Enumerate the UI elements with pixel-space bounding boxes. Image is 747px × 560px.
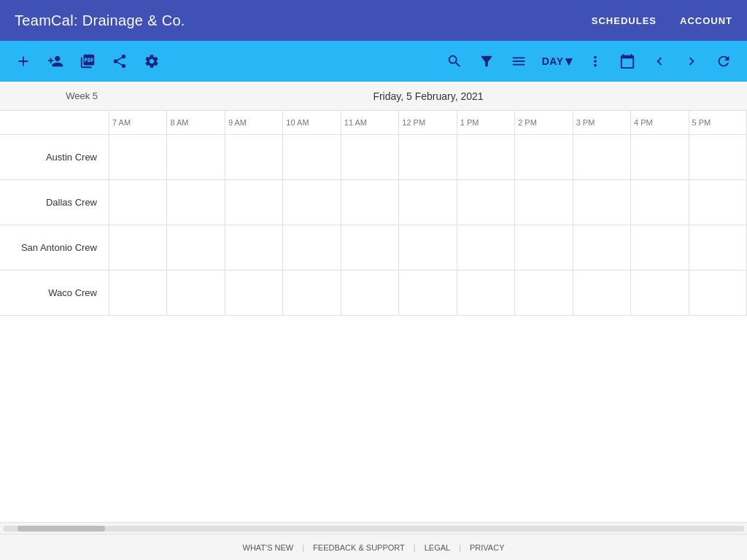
- slot-dallas-1[interactable]: [457, 180, 515, 225]
- slot-dallas-9[interactable]: [225, 180, 283, 225]
- pdf-button[interactable]: [73, 47, 102, 76]
- slot-sanantonio-8[interactable]: [167, 225, 225, 270]
- empty-space: [0, 316, 747, 522]
- slot-waco-10[interactable]: [283, 271, 341, 315]
- slot-dallas-10[interactable]: [283, 180, 341, 225]
- add-button[interactable]: [9, 47, 38, 76]
- toolbar: DAY ▾: [0, 41, 747, 82]
- prev-button[interactable]: [645, 47, 674, 76]
- schedules-link[interactable]: SCHEDULES: [592, 15, 657, 26]
- slot-sanantonio-7[interactable]: [109, 225, 167, 270]
- privacy-link[interactable]: PRIVACY: [470, 543, 504, 552]
- slot-sanantonio-3[interactable]: [573, 225, 631, 270]
- slot-sanantonio-5[interactable]: [689, 225, 747, 270]
- slot-sanantonio-10[interactable]: [283, 225, 341, 270]
- nav-links: SCHEDULES ACCOUNT: [592, 15, 732, 26]
- slot-austin-5[interactable]: [689, 135, 747, 179]
- time-header: 7 AM 8 AM 9 AM 10 AM 11 AM 12 PM 1 PM 2 …: [0, 111, 747, 135]
- slot-sanantonio-4[interactable]: [631, 225, 689, 270]
- table-row: Waco Crew: [0, 271, 747, 316]
- feedback-link[interactable]: FEEDBACK & SUPPORT: [313, 543, 405, 552]
- day-label: DAY: [542, 55, 564, 67]
- settings-button[interactable]: [137, 47, 166, 76]
- crew-label-dallas: Dallas Crew: [0, 180, 109, 225]
- crew-label-waco: Waco Crew: [0, 271, 109, 315]
- slot-waco-5[interactable]: [689, 271, 747, 315]
- scrollbar-thumb[interactable]: [18, 526, 105, 532]
- time-11am: 11 AM: [341, 111, 399, 134]
- calendar-area: 7 AM 8 AM 9 AM 10 AM 11 AM 12 PM 1 PM 2 …: [0, 111, 747, 316]
- time-10am: 10 AM: [283, 111, 341, 134]
- dropdown-arrow-icon: ▾: [565, 53, 573, 69]
- slot-sanantonio-11[interactable]: [341, 225, 399, 270]
- slot-austin-1[interactable]: [457, 135, 515, 179]
- slot-austin-10[interactable]: [283, 135, 341, 179]
- sep3: |: [459, 543, 461, 552]
- adjust-button[interactable]: [504, 47, 533, 76]
- filter-button[interactable]: [472, 47, 501, 76]
- slot-waco-7[interactable]: [109, 271, 167, 315]
- add-person-button[interactable]: [41, 47, 70, 76]
- slot-austin-4[interactable]: [631, 135, 689, 179]
- slot-waco-4[interactable]: [631, 271, 689, 315]
- table-row: Austin Crew: [0, 135, 747, 180]
- scrollbar-track[interactable]: [3, 526, 744, 532]
- slot-dallas-11[interactable]: [341, 180, 399, 225]
- time-8am: 8 AM: [167, 111, 225, 134]
- slot-dallas-3[interactable]: [573, 180, 631, 225]
- top-nav: TeamCal: Drainage & Co. SCHEDULES ACCOUN…: [0, 0, 747, 41]
- slot-austin-8[interactable]: [167, 135, 225, 179]
- slot-waco-2[interactable]: [515, 271, 573, 315]
- slot-sanantonio-9[interactable]: [225, 225, 283, 270]
- slot-austin-11[interactable]: [341, 135, 399, 179]
- slot-austin-12[interactable]: [399, 135, 457, 179]
- date-bar: Week 5 Friday, 5 February, 2021: [0, 82, 747, 111]
- main-content: 7 AM 8 AM 9 AM 10 AM 11 AM 12 PM 1 PM 2 …: [0, 111, 747, 534]
- table-row: San Antonio Crew: [0, 225, 747, 271]
- slot-austin-9[interactable]: [225, 135, 283, 179]
- crew-label-san-antonio: San Antonio Crew: [0, 225, 109, 270]
- slot-waco-11[interactable]: [341, 271, 399, 315]
- footer: WHAT'S NEW | FEEDBACK & SUPPORT | LEGAL …: [0, 534, 747, 560]
- slot-waco-12[interactable]: [399, 271, 457, 315]
- whats-new-link[interactable]: WHAT'S NEW: [243, 543, 294, 552]
- share-button[interactable]: [105, 47, 134, 76]
- app-title: TeamCal: Drainage & Co.: [15, 12, 185, 29]
- legal-link[interactable]: LEGAL: [425, 543, 450, 552]
- search-button[interactable]: [440, 47, 469, 76]
- slot-waco-8[interactable]: [167, 271, 225, 315]
- header-spacer: [0, 111, 109, 134]
- date-label: Friday, 5 February, 2021: [109, 90, 747, 102]
- time-3pm: 3 PM: [573, 111, 631, 134]
- slot-austin-3[interactable]: [573, 135, 631, 179]
- slot-sanantonio-2[interactable]: [515, 225, 573, 270]
- time-2pm: 2 PM: [515, 111, 573, 134]
- slot-dallas-7[interactable]: [109, 180, 167, 225]
- slot-sanantonio-1[interactable]: [457, 225, 515, 270]
- slot-waco-1[interactable]: [457, 271, 515, 315]
- sep2: |: [414, 543, 416, 552]
- slot-waco-3[interactable]: [573, 271, 631, 315]
- calendar-grid: Austin Crew Dallas Crew: [0, 135, 747, 316]
- table-row: Dallas Crew: [0, 180, 747, 225]
- slot-waco-9[interactable]: [225, 271, 283, 315]
- slot-dallas-8[interactable]: [167, 180, 225, 225]
- slot-dallas-12[interactable]: [399, 180, 457, 225]
- time-4pm: 4 PM: [631, 111, 689, 134]
- time-9am: 9 AM: [225, 111, 283, 134]
- slot-sanantonio-12[interactable]: [399, 225, 457, 270]
- slot-austin-2[interactable]: [515, 135, 573, 179]
- day-view-dropdown[interactable]: DAY ▾: [536, 49, 578, 74]
- account-link[interactable]: ACCOUNT: [680, 15, 732, 26]
- slot-dallas-2[interactable]: [515, 180, 573, 225]
- toolbar-right: DAY ▾: [440, 47, 738, 76]
- slot-austin-7[interactable]: [109, 135, 167, 179]
- sep1: |: [302, 543, 304, 552]
- slot-dallas-5[interactable]: [689, 180, 747, 225]
- refresh-button[interactable]: [709, 47, 738, 76]
- next-button[interactable]: [677, 47, 706, 76]
- calendar-picker-button[interactable]: [613, 47, 642, 76]
- slot-dallas-4[interactable]: [631, 180, 689, 225]
- week-label: Week 5: [0, 90, 109, 101]
- more-options-button[interactable]: [581, 47, 610, 76]
